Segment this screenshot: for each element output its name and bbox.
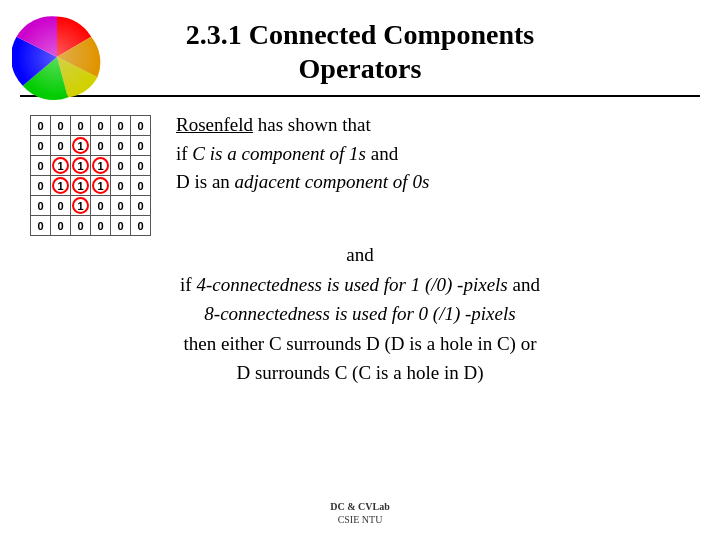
- rosenfeld-text-block: Rosenfeld has shown that if C is a compo…: [176, 111, 690, 197]
- cell-1-1: 0: [51, 136, 71, 156]
- footer-dept: CSIE NTU: [330, 513, 389, 526]
- color-wheel-icon: [12, 12, 102, 102]
- cell-0-0: 0: [31, 116, 51, 136]
- cell-3-3: 1: [91, 176, 111, 196]
- text-line-6: 8-connectedness is used for 0 (/1) -pixe…: [30, 299, 690, 328]
- cell-1-5: 0: [131, 136, 151, 156]
- cell-2-4: 0: [111, 156, 131, 176]
- title-divider: [20, 95, 700, 97]
- cell-3-0: 0: [31, 176, 51, 196]
- footer-lab: DC & CVLab: [330, 500, 389, 513]
- cell-2-2: 1: [71, 156, 91, 176]
- cell-0-4: 0: [111, 116, 131, 136]
- title-line2: Operators: [186, 52, 534, 86]
- cell-4-4: 0: [111, 196, 131, 216]
- d-adjacent: adjacent component of 0s: [235, 171, 430, 192]
- cell-0-2: 0: [71, 116, 91, 136]
- pixel-grid: 000000001000011100011100001000000000: [30, 115, 151, 236]
- cell-5-5: 0: [131, 216, 151, 236]
- cell-5-1: 0: [51, 216, 71, 236]
- cell-5-4: 0: [111, 216, 131, 236]
- text-line-2: if C is a component of 1s and: [176, 140, 690, 169]
- text-line-3: D is an adjacent component of 0s: [176, 168, 690, 197]
- slide: 2.3.1 Connected Components Operators 000…: [0, 0, 720, 540]
- four-connectedness: 4-connectedness is used for 1 (/0) -pixe…: [196, 274, 507, 295]
- text-and: and: [30, 240, 690, 269]
- d-prefix: D is an: [176, 171, 235, 192]
- cell-3-1: 1: [51, 176, 71, 196]
- content-area: 000000001000011100011100001000000000 Ros…: [20, 111, 700, 387]
- cell-0-3: 0: [91, 116, 111, 136]
- cell-1-0: 0: [31, 136, 51, 156]
- and2-suffix: and: [508, 274, 540, 295]
- text-line-1: Rosenfeld has shown that: [176, 111, 690, 140]
- cell-3-2: 1: [71, 176, 91, 196]
- title-area: 2.3.1 Connected Components Operators: [186, 18, 534, 85]
- cell-4-3: 0: [91, 196, 111, 216]
- cell-3-5: 0: [131, 176, 151, 196]
- cell-1-3: 0: [91, 136, 111, 156]
- top-row: 000000001000011100011100001000000000 Ros…: [30, 111, 690, 236]
- text-has-shown: has shown that: [253, 114, 371, 135]
- and-suffix: and: [366, 143, 398, 164]
- cell-1-2: 1: [71, 136, 91, 156]
- cell-5-3: 0: [91, 216, 111, 236]
- cell-2-1: 1: [51, 156, 71, 176]
- cell-2-0: 0: [31, 156, 51, 176]
- text-line-8: D surrounds C (C is a hole in D): [30, 358, 690, 387]
- c-component: C is a component of 1s: [192, 143, 366, 164]
- cell-2-3: 1: [91, 156, 111, 176]
- cell-4-0: 0: [31, 196, 51, 216]
- cell-2-5: 0: [131, 156, 151, 176]
- if-prefix: if: [176, 143, 192, 164]
- text-line-7: then either C surrounds D (D is a hole i…: [30, 329, 690, 358]
- cell-4-2: 1: [71, 196, 91, 216]
- cell-4-1: 0: [51, 196, 71, 216]
- cell-5-0: 0: [31, 216, 51, 236]
- footer: DC & CVLab CSIE NTU: [330, 500, 389, 526]
- rosenfeld-label: Rosenfeld: [176, 114, 253, 135]
- eight-connectedness: 8-connectedness is used for 0 (/1) -pixe…: [204, 303, 515, 324]
- center-lines: and if 4-connectedness is used for 1 (/0…: [30, 240, 690, 387]
- text-line-5: if 4-connectedness is used for 1 (/0) -p…: [30, 270, 690, 299]
- title-line1: 2.3.1 Connected Components: [186, 18, 534, 52]
- cell-5-2: 0: [71, 216, 91, 236]
- cell-1-4: 0: [111, 136, 131, 156]
- cell-3-4: 0: [111, 176, 131, 196]
- cell-4-5: 0: [131, 196, 151, 216]
- cell-0-5: 0: [131, 116, 151, 136]
- pixel-grid-container: 000000001000011100011100001000000000: [30, 115, 160, 236]
- cell-0-1: 0: [51, 116, 71, 136]
- if2-prefix: if: [180, 274, 196, 295]
